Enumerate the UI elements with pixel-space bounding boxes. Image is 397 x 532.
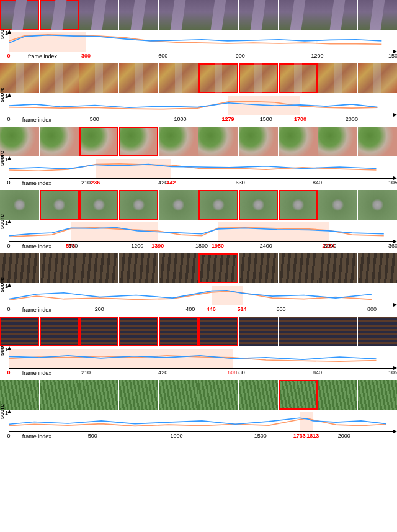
- x-tick: 1200: [131, 243, 143, 249]
- thumbnail: [79, 253, 118, 283]
- thumbnail: [358, 0, 397, 30]
- x-axis: 02102364204426308401050frame index: [9, 179, 395, 186]
- line-plot: [9, 96, 395, 115]
- thumbnail: [119, 63, 158, 93]
- x-tick: 1500: [254, 433, 267, 439]
- thumbnail: [279, 63, 318, 93]
- x-tick: 2400: [260, 243, 272, 249]
- thumbnail: [79, 317, 118, 346]
- thumbnail: [239, 127, 278, 156]
- x-tick: 840: [313, 179, 322, 186]
- thumbnail: [79, 0, 118, 30]
- x-tick: 200: [95, 306, 104, 312]
- thumbnail: [0, 380, 39, 410]
- x-tick: 600: [68, 243, 78, 249]
- x-axis-label: frame index: [22, 307, 51, 313]
- line-plot: [9, 159, 395, 178]
- thumbnail: [40, 127, 79, 156]
- thumbnail-row: [0, 190, 397, 220]
- x-axis-label: frame index: [22, 433, 51, 440]
- highlight-tick: 0: [7, 53, 10, 59]
- line-plot: [9, 222, 395, 241]
- thumbnail: [40, 0, 79, 30]
- x-axis-label: frame index: [22, 117, 51, 123]
- thumbnail: [358, 253, 397, 283]
- thumbnail: [279, 0, 318, 30]
- thumbnail: [198, 317, 238, 346]
- thumbnail: [198, 380, 238, 410]
- thumbnail: [279, 253, 318, 283]
- plot-area: [9, 222, 395, 242]
- thumbnail: [79, 127, 118, 156]
- thumbnail: [159, 380, 198, 410]
- thumbnail-row: [0, 380, 397, 410]
- x-tick: 0: [7, 306, 10, 312]
- score-chart: score1030060090012001500frame index: [0, 31, 397, 60]
- thumbnail: [198, 0, 238, 30]
- x-tick: 840: [313, 369, 322, 376]
- thumbnail: [239, 380, 278, 410]
- highlight-tick: 1700: [294, 116, 306, 122]
- y-axis-arrow-icon: [7, 220, 11, 223]
- plot-area: [9, 412, 395, 432]
- plot-area: [9, 286, 395, 305]
- x-tick: 0: [7, 433, 10, 439]
- thumbnail: [279, 127, 318, 156]
- y-axis-label: score: [0, 88, 5, 102]
- thumbnail: [40, 380, 79, 410]
- y-axis-arrow-icon: [7, 156, 11, 160]
- panel-p4: score10200400446514600800frame index: [0, 253, 397, 313]
- thumbnail: [40, 317, 79, 346]
- plot-area: [9, 159, 395, 179]
- x-tick: 800: [367, 306, 377, 312]
- highlight-tick: 442: [166, 179, 176, 186]
- thumbnail-row: [0, 127, 397, 156]
- x-axis: 030060090012001500frame index: [9, 53, 395, 60]
- x-tick: 1000: [170, 433, 182, 439]
- highlight-tick: 1390: [151, 243, 164, 249]
- y-axis-arrow-icon: [7, 410, 11, 413]
- score-chart: score102104206086308401050frame index: [0, 348, 397, 376]
- x-tick: 600: [277, 306, 286, 312]
- thumbnail: [0, 190, 39, 220]
- x-tick: 400: [185, 306, 195, 312]
- y-axis-label: score: [0, 151, 5, 166]
- x-tick: 1500: [388, 53, 397, 59]
- thumbnail: [0, 253, 39, 283]
- panel-p6: score1050010001500173318132000frame inde…: [0, 380, 397, 440]
- x-tick: 1050: [388, 369, 397, 376]
- x-tick: 1200: [311, 53, 324, 59]
- score-chart: score1050010001279150017002000frame inde…: [0, 94, 397, 123]
- thumbnail: [358, 127, 397, 156]
- plot-area: [9, 349, 395, 369]
- thumbnail: [79, 63, 118, 93]
- thumbnail: [0, 317, 39, 346]
- line-plot: [9, 412, 395, 431]
- x-axis-label: frame index: [28, 53, 57, 60]
- x-axis-label: frame index: [22, 370, 51, 376]
- x-tick: 1000: [174, 116, 186, 122]
- thumbnail: [239, 190, 278, 220]
- highlight-tick: 1813: [306, 433, 319, 439]
- thumbnail: [79, 380, 118, 410]
- y-axis-label: score: [0, 214, 5, 229]
- thumbnail: [0, 0, 39, 30]
- thumbnail-row: [0, 63, 397, 93]
- thumbnail: [358, 317, 397, 346]
- thumbnail: [159, 63, 198, 93]
- highlight-tick: 236: [91, 179, 100, 186]
- x-tick: 3600: [388, 243, 397, 249]
- series-line: [9, 228, 384, 236]
- thumbnail: [239, 253, 278, 283]
- line-plot: [9, 32, 395, 52]
- thumbnail: [159, 127, 198, 156]
- x-tick: 630: [236, 179, 245, 186]
- thumbnail: [159, 253, 198, 283]
- x-tick: 0: [7, 243, 10, 249]
- x-axis-label: frame index: [22, 180, 51, 186]
- thumbnail: [358, 190, 397, 220]
- thumbnail: [318, 63, 357, 93]
- thumbnail: [318, 127, 357, 156]
- highlight-tick: 446: [207, 306, 216, 312]
- series-line: [9, 101, 377, 109]
